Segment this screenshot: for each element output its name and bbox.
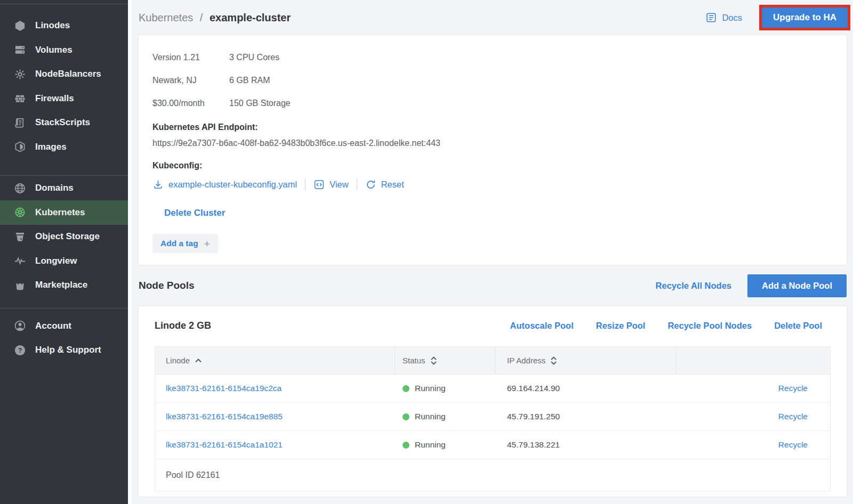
sidebar-item-linodes[interactable]: Linodes (0, 14, 128, 38)
docs-link[interactable]: Docs (705, 12, 742, 23)
sidebar-divider (0, 308, 128, 308)
node-pool-card: Linode 2 GB Autoscale Pool Resize Pool R… (139, 306, 847, 497)
cluster-cpu: 3 CPU Cores (229, 53, 279, 62)
images-icon (13, 141, 26, 153)
column-header-label: Status (403, 356, 425, 365)
recycle-node-link[interactable]: Recycle (778, 440, 808, 450)
status-running-dot (403, 385, 409, 392)
cluster-price: $30.00/month (152, 99, 229, 108)
column-header-status[interactable]: Status (395, 347, 495, 375)
add-node-pool-button[interactable]: Add a Node Pool (747, 274, 847, 297)
shopping-bag-icon (13, 279, 26, 291)
delete-pool-link[interactable]: Delete Pool (774, 321, 822, 331)
help-question-icon: ? (13, 344, 26, 356)
api-endpoint-label: Kubernetes API Endpoint: (152, 122, 833, 133)
node-name-cell: lke38731-62161-6154ca1a1021 (155, 431, 395, 459)
sidebar-item-kubernetes[interactable]: Kubernetes (0, 200, 128, 225)
sidebar-item-label: Account (35, 321, 71, 331)
table-row: lke38731-62161-6154ca19c2ca Running 69.1… (155, 375, 830, 402)
nodes-table: Linode Status IP Address (155, 346, 831, 491)
table-row: lke38731-62161-6154ca1a1021 Running 45.7… (155, 430, 830, 459)
cluster-summary-card: Version 1.21 3 CPU Cores Newark, NJ 6 GB… (139, 35, 847, 265)
sidebar-item-label: Kubernetes (35, 207, 85, 218)
main-content: Kubernetes / example-cluster Docs Upgrad… (128, 0, 853, 504)
sidebar-item-nodebalancers[interactable]: NodeBalancers (0, 62, 128, 87)
node-status-cell: Running (395, 375, 495, 402)
recycle-pool-nodes-link[interactable]: Recycle Pool Nodes (667, 321, 752, 331)
add-tag-label: Add a tag (160, 239, 198, 248)
firewalls-icon (13, 92, 26, 105)
plus-icon: + (204, 240, 210, 248)
status-label: Running (415, 412, 446, 421)
sidebar-item-volumes[interactable]: Volumes (0, 38, 128, 62)
autoscale-pool-link[interactable]: Autoscale Pool (510, 321, 574, 331)
cluster-region: Newark, NJ (152, 76, 229, 85)
sidebar-item-longview[interactable]: Longview (0, 249, 128, 273)
table-body: lke38731-62161-6154ca19c2ca Running 69.1… (155, 375, 830, 459)
recycle-node-link[interactable]: Recycle (778, 412, 808, 421)
column-header-actions (676, 347, 830, 375)
sidebar-item-account[interactable]: Account (0, 314, 128, 338)
recycle-all-nodes-link[interactable]: Recycle All Nodes (656, 281, 731, 291)
delete-cluster-link[interactable]: Delete Cluster (164, 207, 225, 219)
sidebar-item-object-storage[interactable]: Object Storage (0, 225, 128, 249)
pool-actions: Autoscale Pool Resize Pool Recycle Pool … (510, 321, 831, 331)
kubernetes-helm-icon (13, 206, 26, 219)
sidebar-item-marketplace[interactable]: Marketplace (0, 273, 128, 298)
vertical-separator (357, 178, 357, 190)
node-action-cell: Recycle (676, 403, 830, 430)
recycle-node-link[interactable]: Recycle (778, 384, 808, 393)
sidebar-item-label: Volumes (35, 45, 73, 55)
cluster-storage: 150 GB Storage (229, 99, 291, 108)
upgrade-to-ha-button[interactable]: Upgrade to HA (762, 7, 848, 28)
download-icon (152, 179, 164, 190)
pool-title: Linode 2 GB (155, 320, 211, 331)
column-header-label: Linode (166, 356, 190, 365)
node-pools-title: Node Pools (139, 280, 195, 291)
volumes-icon (13, 44, 26, 56)
node-action-cell: Recycle (676, 431, 830, 459)
node-link[interactable]: lke38731-62161-6154ca19e885 (166, 412, 283, 421)
docs-label: Docs (722, 13, 742, 23)
status-label: Running (415, 384, 446, 393)
breadcrumb: Kubernetes / example-cluster (139, 12, 291, 24)
kubeconfig-label: Kubeconfig: (152, 160, 833, 171)
column-header-linode[interactable]: Linode (155, 347, 395, 375)
sidebar-item-label: Object Storage (35, 231, 100, 242)
sidebar-item-label: Firewalls (35, 93, 74, 104)
column-header-ip-address[interactable]: IP Address (495, 347, 676, 375)
pool-id-row: Pool ID 62161 (155, 459, 830, 491)
node-action-cell: Recycle (676, 375, 830, 402)
nodebalancers-icon (13, 68, 26, 80)
kubeconfig-view-link[interactable]: View (329, 180, 348, 190)
annotation-highlight-box: Upgrade to HA (759, 5, 850, 30)
sidebar-item-help-support[interactable]: ? Help & Support (0, 338, 128, 363)
reset-icon (365, 179, 376, 190)
page-title: example-cluster (210, 12, 291, 23)
add-tag-button[interactable]: Add a tag + (152, 234, 218, 253)
sidebar-item-domains[interactable]: Domains (0, 176, 128, 201)
sidebar-item-label: StackScripts (35, 117, 90, 128)
spec-row: Version 1.21 3 CPU Cores (152, 46, 833, 69)
node-link[interactable]: lke38731-62161-6154ca1a1021 (166, 440, 283, 450)
kubeconfig-download-link[interactable]: example-cluster-kubeconfig.yaml (168, 180, 297, 190)
bucket-icon (13, 230, 26, 243)
sidebar-item-firewalls[interactable]: Firewalls (0, 86, 128, 111)
sidebar-item-label: Marketplace (35, 280, 87, 290)
node-link[interactable]: lke38731-62161-6154ca19c2ca (166, 384, 281, 393)
node-ip-cell: 69.164.214.90 (495, 375, 676, 402)
sidebar-item-label: Linodes (35, 20, 70, 31)
sidebar-item-stackscripts[interactable]: StackScripts (0, 111, 128, 135)
breadcrumb-kubernetes-link[interactable]: Kubernetes (139, 12, 193, 23)
node-ip-cell: 45.79.191.250 (495, 403, 676, 430)
table-header-row: Linode Status IP Address (155, 347, 830, 375)
kubeconfig-reset-link[interactable]: Reset (381, 180, 404, 190)
sidebar-item-label: NodeBalancers (35, 69, 101, 79)
node-name-cell: lke38731-62161-6154ca19c2ca (155, 375, 395, 402)
spec-row: $30.00/month 150 GB Storage (152, 92, 833, 115)
resize-pool-link[interactable]: Resize Pool (596, 321, 646, 331)
sidebar-item-label: Help & Support (35, 345, 101, 355)
sidebar-item-images[interactable]: Images (0, 135, 128, 159)
linode-cube-icon (13, 19, 26, 32)
sidebar-item-label: Images (35, 142, 67, 152)
